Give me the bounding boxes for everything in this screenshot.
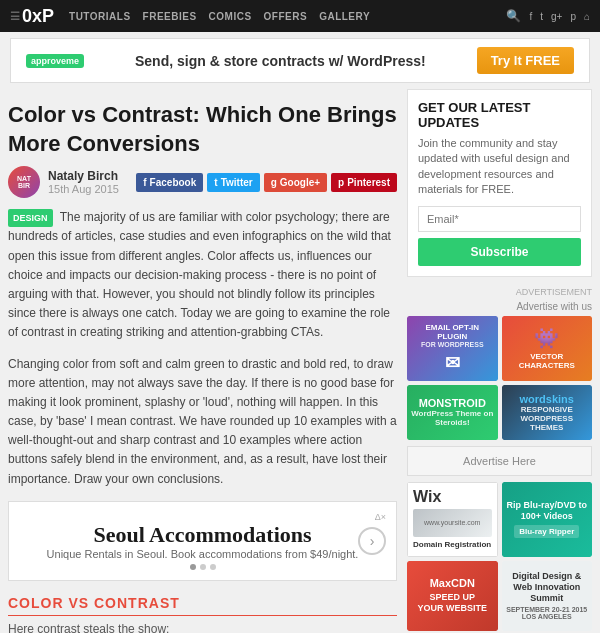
banner-ad-text: Send, sign & store contracts w/ WordPres… [99,53,462,69]
article-paragraph-1: DESIGN The majority of us are familiar w… [8,208,397,342]
google-plus-icon[interactable]: g+ [551,11,562,22]
ad-dot-2 [200,564,206,570]
google-share-icon: g [271,177,277,188]
email-input[interactable] [418,206,581,232]
google-share-button[interactable]: g Google+ [264,173,327,192]
sidebar-row3: MaxCDN SPEED UPYOUR WEBSITE Digital Desi… [407,561,592,631]
advertise-here-box[interactable]: Advertise Here [407,446,592,476]
ad-dots [19,564,386,570]
newsletter-title: GET OUR LATEST UPDATES [418,100,581,130]
main-layout: Color vs Contrast: Which One Brings More… [0,89,600,633]
content-ad-label: Δ× [19,512,386,522]
nav-gallery[interactable]: GALLERY [319,11,370,22]
newsletter-box: GET OUR LATEST UPDATES Join the communit… [407,89,592,277]
design-badge: DESIGN [8,209,53,227]
content-ad-block: Δ× Seoul Accommodations Unique Rentals i… [8,501,397,581]
digital-design-title: Digital Design & Web Innovation Summit [506,571,589,603]
vector-chars-ad[interactable]: 👾 VECTORCHARACTERS [502,316,593,381]
newsletter-desc: Join the community and stay updated with… [418,136,581,198]
email-plugin-title: EMAIL OPT-IN PLUGIN [411,323,494,341]
email-plugin-ad[interactable]: EMAIL OPT-IN PLUGIN FOR WORDPRESS ✉ [407,316,498,381]
content-ad-title: Seoul Accommodations [19,522,386,548]
vector-chars-title: VECTORCHARACTERS [519,352,575,370]
author-avatar: NATBIR [8,166,40,198]
article-paragraph-2: Changing color from soft and calm green … [8,355,397,489]
section-label: COLOR VS CONTRAST [8,595,397,616]
content-ad-arrow[interactable]: › [358,527,386,555]
wordskins-subtitle: RESPONSIVEWORDPRESS THEMES [506,405,589,432]
monstroid-title: MONSTROID [419,397,486,409]
sidebar-ads-grid: EMAIL OPT-IN PLUGIN FOR WORDPRESS ✉ 👾 VE… [407,316,592,440]
main-nav: TUTORIALS FREEBIES COMICS OFFERS GALLERY [69,11,370,22]
nav-freebies[interactable]: FREEBIES [143,11,197,22]
wix-label: Domain Registration [413,540,492,549]
subscribe-button[interactable]: Subscribe [418,238,581,266]
pinterest-share-icon: p [338,177,344,188]
sidebar: GET OUR LATEST UPDATES Join the communit… [407,89,592,633]
advertisement-label: ADVERTISEMENT [407,287,592,297]
site-header: ☰ 0xP TUTORIALS FREEBIES COMICS OFFERS G… [0,0,600,32]
twitter-icon[interactable]: t [540,11,543,22]
site-logo[interactable]: ☰ 0xP [10,6,54,27]
header-icons: 🔍 f t g+ p ⌂ [506,9,590,23]
ad-dot-1 [190,564,196,570]
ad-dot-3 [210,564,216,570]
article-title: Color vs Contrast: Which One Brings More… [8,101,397,158]
publish-date: 15th Aug 2015 [48,183,119,195]
pinterest-icon[interactable]: p [570,11,576,22]
pinterest-share-button[interactable]: p Pinterest [331,173,397,192]
vector-chars-icon: 👾 [534,326,559,350]
approveme-logo: approveme [26,54,84,68]
monstroid-subtitle: WordPress Theme on Steroids! [411,409,494,427]
nav-tutorials[interactable]: TUTORIALS [69,11,131,22]
author-info: Nataly Birch 15th Aug 2015 [48,169,119,195]
advertise-with-us-link[interactable]: Advertise with us [407,301,592,312]
email-plugin-subtitle: FOR WORDPRESS [421,341,484,348]
try-free-button[interactable]: Try It FREE [477,47,574,74]
monstroid-ad[interactable]: MONSTROID WordPress Theme on Steroids! [407,385,498,440]
article-content: Color vs Contrast: Which One Brings More… [8,89,397,633]
wordskins-ad[interactable]: wordskins RESPONSIVEWORDPRESS THEMES [502,385,593,440]
author-name: Nataly Birch [48,169,119,183]
share-buttons: f Facebook t Twitter g Google+ p Pintere… [136,173,397,192]
leawo-label: Blu-ray Ripper [514,525,579,538]
digital-design-date: SEPTEMBER 20-21 2015LOS ANGELES [506,606,587,620]
digital-design-ad[interactable]: Digital Design & Web Innovation Summit S… [502,561,593,631]
maxcdn-title: MaxCDN [430,577,475,589]
twitter-share-icon: t [214,177,217,188]
approveme-brand: approveme [26,54,84,68]
wordskins-title: wordskins [520,393,574,405]
author-row: NATBIR Nataly Birch 15th Aug 2015 f Face… [8,166,397,198]
email-plugin-icon: ✉ [445,352,460,374]
wix-domain-ad[interactable]: Wix www.yoursite.com Domain Registration [407,482,498,557]
leawo-title: Rip Blu-ray/DVD to100+ Videos [506,500,587,522]
maxcdn-ad[interactable]: MaxCDN SPEED UPYOUR WEBSITE [407,561,498,631]
facebook-icon[interactable]: f [529,11,532,22]
section-subtitle: Here contrast steals the show: [8,622,397,633]
nav-offers[interactable]: OFFERS [264,11,308,22]
rss-icon[interactable]: ⌂ [584,11,590,22]
leawo-ad[interactable]: Rip Blu-ray/DVD to100+ Videos Blu-ray Ri… [502,482,593,557]
search-icon[interactable]: 🔍 [506,9,521,23]
maxcdn-subtitle: SPEED UPYOUR WEBSITE [417,592,487,614]
wix-logo: Wix [413,488,492,506]
banner-ad: approveme Send, sign & store contracts w… [10,38,590,83]
nav-comics[interactable]: COMICS [209,11,252,22]
facebook-share-button[interactable]: f Facebook [136,173,203,192]
sidebar-row2: Wix www.yoursite.com Domain Registration… [407,482,592,557]
wix-preview: www.yoursite.com [413,509,492,537]
facebook-share-icon: f [143,177,146,188]
wix-site-url: www.yoursite.com [424,519,480,526]
twitter-share-button[interactable]: t Twitter [207,173,259,192]
content-ad-subtitle: Unique Rentals in Seoul. Book accommodat… [19,548,386,560]
